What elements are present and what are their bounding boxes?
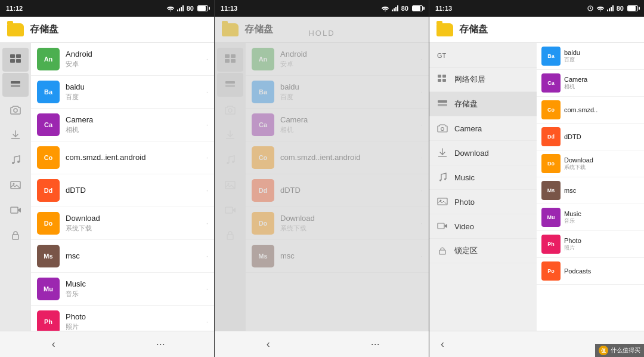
- nav-item-video[interactable]: Video: [429, 214, 537, 239]
- nav-item-storage[interactable]: 存储盘: [429, 92, 537, 116]
- sidebar-video-2[interactable]: [217, 198, 243, 222]
- sidebar-download-2[interactable]: [217, 123, 243, 147]
- file-item-camera-2[interactable]: Ca Camera 相机 ·: [246, 109, 429, 141]
- file-arrow-9: ·: [206, 318, 208, 326]
- right-file-item-download[interactable]: Do Download 系统下载: [537, 150, 644, 177]
- nav-item-network[interactable]: 网络邻居: [429, 67, 537, 92]
- status-icons-1: 80: [166, 5, 208, 12]
- file-sub-download-2: 系统下载: [280, 224, 421, 233]
- sidebar-camera-1[interactable]: [2, 98, 29, 122]
- more-button-1[interactable]: ···: [147, 331, 174, 358]
- right-file-item-com[interactable]: Co com.smzd..: [537, 97, 644, 124]
- nav-item-download[interactable]: Download: [429, 141, 537, 165]
- photo-icon-s1: [10, 179, 21, 191]
- sidebar-music-2[interactable]: [217, 148, 243, 172]
- file-item-baidu-1[interactable]: Ba baidu 百度 ·: [31, 76, 214, 109]
- file-item-com-1[interactable]: Co com.smzd..ient.android ·: [31, 141, 214, 174]
- file-item-com-2[interactable]: Co com.smzd..ient.android ·: [246, 141, 429, 174]
- file-item-msc-2[interactable]: Ms msc ·: [246, 240, 429, 273]
- main-content-1: An Android 安卓 · Ba baidu 百度 · Ca Camera: [0, 43, 214, 331]
- sidebar-music-1[interactable]: [2, 148, 29, 172]
- right-file-name-podcasts: Podcasts: [564, 267, 639, 275]
- file-arrow-5: ·: [206, 186, 208, 195]
- right-file-info-podcasts: Podcasts: [564, 267, 639, 275]
- nav-item-camera[interactable]: Camera: [429, 116, 537, 141]
- nav-item-lock[interactable]: 锁定区: [429, 239, 537, 263]
- nav-item-music[interactable]: Music: [429, 165, 537, 190]
- folder-icon-2: [222, 23, 239, 36]
- battery-text-3: 80: [617, 5, 624, 12]
- file-thumb-baidu-1: Ba: [37, 81, 60, 103]
- sidebar-network-1[interactable]: [2, 48, 29, 72]
- sidebar-lock-2[interactable]: [217, 223, 243, 247]
- svg-rect-5: [10, 54, 15, 58]
- right-file-item-music[interactable]: Mu Music 音乐: [537, 204, 644, 231]
- file-item-download-1[interactable]: Do Download 系统下载 ·: [31, 207, 214, 240]
- battery-icon-1: [197, 5, 208, 11]
- right-file-item-photo[interactable]: Ph Photo 照片: [537, 231, 644, 258]
- file-thumb-msc-1: Ms: [37, 245, 60, 267]
- file-item-ddtd-2[interactable]: Dd dDTD ·: [246, 174, 429, 207]
- file-item-ddtd-1[interactable]: Dd dDTD ·: [31, 174, 214, 207]
- svg-point-39: [600, 11, 601, 12]
- file-item-android-2[interactable]: An Android 安卓 ·: [246, 43, 429, 76]
- svg-point-16: [13, 183, 15, 185]
- back-button-1[interactable]: ‹: [41, 331, 67, 358]
- sidebar-storage-2[interactable]: [217, 73, 243, 97]
- more-button-2[interactable]: ···: [362, 331, 388, 358]
- right-file-item-baidu[interactable]: Ba baidu 百度: [537, 43, 644, 70]
- sidebar-photo-2[interactable]: [217, 173, 243, 197]
- back-button-3[interactable]: ‹: [429, 331, 456, 358]
- file-info-ddtd-2: dDTD: [280, 186, 421, 196]
- right-file-item-ddtd[interactable]: Dd dDTD: [537, 124, 644, 150]
- time-2: 11:13: [221, 5, 237, 12]
- file-info-camera-2: Camera 相机: [280, 115, 421, 134]
- svg-rect-26: [225, 59, 230, 63]
- file-thumb-com-2: Co: [252, 146, 274, 169]
- right-file-item-msc[interactable]: Ms msc: [537, 177, 644, 204]
- file-name-baidu-2: baidu: [280, 82, 421, 91]
- file-item-camera-1[interactable]: Ca Camera 相机 ·: [31, 109, 214, 141]
- svg-rect-55: [438, 198, 447, 205]
- svg-rect-24: [225, 54, 230, 58]
- svg-rect-10: [11, 85, 20, 87]
- download-icon-s1: [10, 129, 21, 141]
- file-item-download-2[interactable]: Do Download 系统下载 ·: [246, 207, 429, 240]
- camera-icon-s1: [10, 104, 21, 116]
- sidebar-camera-2[interactable]: [217, 98, 243, 122]
- sidebar-storage-1[interactable]: [2, 73, 29, 97]
- network-nav-icon: [436, 73, 448, 85]
- sidebar-video-1[interactable]: [2, 198, 29, 222]
- file-thumb-download-1: Do: [37, 212, 60, 235]
- camera-nav-icon: [436, 122, 448, 134]
- file-name-com-2: com.smzd..ient.android: [280, 153, 421, 162]
- svg-rect-18: [13, 235, 18, 239]
- file-arrow-8: ·: [206, 285, 208, 293]
- nav-item-photo[interactable]: Photo: [429, 190, 537, 214]
- app-title-1: 存储盘: [30, 23, 58, 36]
- app-title-3: 存储盘: [459, 23, 488, 36]
- sidebar-network-2[interactable]: [217, 48, 243, 72]
- sidebar-photo-1[interactable]: [2, 173, 29, 197]
- nav-item-gt[interactable]: GT: [429, 43, 537, 67]
- file-item-msc-1[interactable]: Ms msc ·: [31, 240, 214, 273]
- right-file-info-com: com.smzd..: [564, 106, 639, 113]
- svg-rect-58: [439, 250, 445, 254]
- battery-icon-2: [412, 5, 423, 11]
- watermark: 值 什么值得买: [595, 344, 644, 357]
- sidebar-download-1[interactable]: [2, 123, 29, 147]
- watermark-logo: 值: [599, 346, 608, 355]
- time-3: 11:13: [435, 5, 452, 12]
- sidebar-lock-1[interactable]: [2, 223, 29, 247]
- svg-point-35: [228, 183, 230, 185]
- back-button-2[interactable]: ‹: [255, 331, 281, 358]
- file-item-android-1[interactable]: An Android 安卓 ·: [31, 43, 214, 76]
- file-item-baidu-2[interactable]: Ba baidu 百度 ·: [246, 76, 429, 109]
- svg-point-19: [385, 11, 386, 12]
- file-item-music-1[interactable]: Mu Music 音乐 ·: [31, 273, 214, 306]
- right-file-item-camera[interactable]: Ca Camera 相机: [537, 70, 644, 97]
- right-file-thumb-music: Mu: [541, 208, 561, 227]
- file-item-photo-1[interactable]: Ph Photo 照片 ·: [31, 306, 214, 331]
- file-sub-baidu-1: 百度: [66, 93, 206, 101]
- right-file-item-podcasts[interactable]: Po Podcasts: [537, 258, 644, 285]
